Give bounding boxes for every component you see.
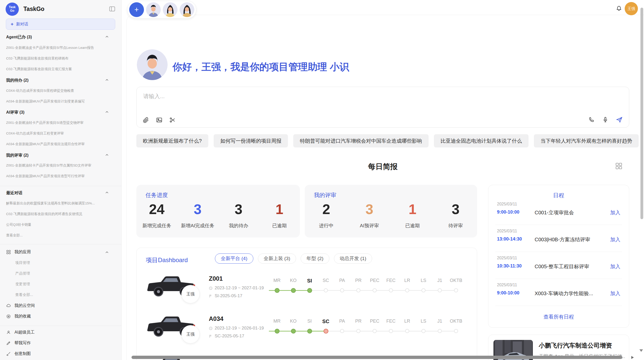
suggestion-chip[interactable]: 特朗普可能对进口汽车增税会对中国车企造成哪些影响 [293, 134, 429, 147]
divider [0, 244, 121, 244]
sidebar-item-write-helper[interactable]: 帮我写作 [6, 340, 115, 346]
divider [495, 225, 622, 225]
stat: 3 AI预评审 [348, 201, 391, 229]
conversation-item[interactable]: A034-全新新能源MUV产品开发项目计划变更表编写 [6, 99, 115, 104]
suggestion-chip[interactable]: 当下年轻人对汽车外观有怎样的喜好趋势 [534, 134, 639, 147]
notification-bell-icon[interactable] [616, 5, 622, 12]
milestone-dot [389, 329, 393, 333]
user-avatar[interactable]: 王强 [625, 2, 638, 15]
chevron-up-icon[interactable] [105, 35, 109, 38]
suggestion-chip[interactable]: 如何写一份清晰的项目周报 [214, 134, 288, 147]
section-my-todo[interactable]: 我的待办 (2) [6, 78, 115, 83]
scroll-down-arrow[interactable] [639, 349, 643, 352]
stat-value: 3 [434, 201, 477, 217]
conversation-item[interactable]: Z001-全新燃油轻卡产品开发项目SI造型提交物评审 [6, 121, 115, 125]
milestone-label: SC [318, 278, 334, 283]
horizontal-scrollbar-thumb[interactable] [131, 356, 622, 359]
schedule-date: 2025/03/11 [497, 202, 517, 206]
sidebar-item-cloud-space[interactable]: 我的云空间 [6, 303, 115, 308]
sidebar-item-ai-employee[interactable]: AI超级员工 [6, 330, 115, 335]
milestone-label: OKTB [448, 319, 464, 324]
schedule-name: X003-车辆动力学性能验... [535, 290, 593, 297]
section-my-review[interactable]: 我的评审 (2) [6, 153, 115, 158]
stat-label: 我的待办 [218, 222, 259, 229]
conversation-item[interactable]: C02-飞腾新能源轻客改款项目的闭环通告反馈情况 [6, 212, 115, 216]
divider [495, 252, 622, 252]
section-label: 最近对话 [6, 191, 22, 195]
view-all-schedule-link[interactable]: 查看所有日程 [488, 313, 629, 320]
conversation-item[interactable]: 解释最新出台的欧盟报废车法规再生塑料比例被调至15%... [6, 201, 115, 206]
sidebar-item-creative-drawing[interactable]: 创意制图 [6, 351, 115, 356]
suggestion-chip[interactable]: 欧洲新规最近颁布了什么? [136, 134, 208, 147]
app-link-change-mgmt[interactable]: 变更管理 [15, 282, 125, 287]
scissors-icon[interactable] [169, 117, 176, 123]
dashboard-filters: 全新平台 (4) 全新上装 (3) 年型 (2) 动总开发 (1) [215, 253, 372, 264]
schedule-item: 2025/03/11 9:00-10:00 C001-立项审批会 加入 [488, 202, 629, 229]
milestone-label: SI [301, 278, 318, 284]
filter-pill[interactable]: 全新平台 (4) [215, 253, 253, 264]
stat: 3 新增AI完成任务 [177, 201, 218, 229]
chevron-up-icon[interactable] [105, 153, 109, 156]
attach-icon[interactable] [143, 117, 149, 123]
vertical-scrollbar-thumb[interactable] [640, 8, 643, 219]
chat-input[interactable] [143, 92, 576, 111]
session-avatar[interactable] [146, 2, 161, 17]
filter-pill[interactable]: 全新上装 (3) [258, 253, 296, 264]
section-label: 我的待办 (2) [6, 78, 28, 82]
view-all-apps-link[interactable]: 查看全部... [15, 292, 125, 297]
chevron-up-icon[interactable] [105, 251, 109, 254]
conversation-item[interactable]: A034-全新新能源MUV产品开发项目造型可行性评审 [6, 174, 115, 178]
chevron-up-icon[interactable] [105, 191, 109, 194]
join-link[interactable]: 加入 [610, 236, 620, 243]
milestone-label: FEC [383, 319, 399, 324]
view-all-chats-link[interactable]: 查看全部... [6, 233, 115, 238]
filter-pill[interactable]: 年型 (2) [301, 253, 329, 264]
flag-icon [209, 334, 213, 338]
send-icon[interactable] [616, 116, 623, 123]
conversation-item[interactable]: C02-飞腾新能源轻客改款项目里程碑画布 [6, 56, 115, 61]
milestone-dot [340, 288, 344, 292]
new-chat-button[interactable]: + 新对话 [6, 19, 115, 30]
conversation-item[interactable]: C0X4-动力总成开发项目工程变更评审 [6, 131, 115, 136]
milestone-label: LS [415, 319, 432, 324]
filter-pill[interactable]: 动总开发 (1) [334, 253, 372, 264]
section-ai-review[interactable]: AI评审 (3) [6, 110, 115, 115]
session-avatar[interactable] [180, 2, 194, 17]
image-icon[interactable] [156, 117, 163, 123]
join-link[interactable]: 加入 [610, 290, 620, 297]
card-title: 我的评审 [314, 191, 336, 199]
chevron-up-icon[interactable] [105, 78, 109, 81]
add-session-button[interactable]: + [129, 2, 144, 17]
milestone-dot [356, 329, 360, 333]
join-link[interactable]: 加入 [610, 263, 620, 270]
conversation-item[interactable]: A034-全新新能源MUV产品开发项目法规符合性评审 [6, 142, 115, 146]
stat-label: 新增AI完成任务 [177, 222, 218, 229]
suggestion-chip[interactable]: 比亚迪全固态电池计划具体说了什么 [434, 134, 529, 147]
milestone-track: MRKOSISCPAPRPECFECLRLSJ1OKTB [269, 278, 470, 296]
scroll-right-arrow[interactable] [631, 356, 634, 359]
app-logo: Task Go [6, 3, 19, 16]
sidebar-item-my-apps[interactable]: 我的应用 [6, 249, 115, 255]
sidebar: Task Go TaskGo + 新对话 Agent已办 (3) Z001-全新… [0, 0, 122, 360]
app-link-project-mgmt[interactable]: 项目管理 [15, 260, 125, 265]
card-title: 任务进度 [145, 191, 168, 199]
microphone-icon[interactable] [602, 116, 609, 123]
phone-icon[interactable] [588, 116, 595, 123]
conversation-item[interactable]: Z001-全新燃油皮卡产品开发项目SI节点Lesson Learn报告 [6, 46, 115, 50]
milestone-dot [405, 329, 409, 333]
section-recent-chats[interactable]: 最近对话 [6, 190, 115, 196]
conversation-item[interactable]: 公司Q3轻卡销量 [6, 222, 115, 227]
schedule-date: 2025/03/11 [497, 229, 517, 233]
app-link-product-mgmt[interactable]: 产品管理 [15, 271, 125, 276]
conversation-item[interactable]: C0X4-动力总成开发项目SI里程碑提交物检查 [6, 88, 115, 93]
milestone-label: PEC [367, 278, 383, 283]
join-link[interactable]: 加入 [610, 209, 620, 216]
sidebar-item-favorites[interactable]: 我的收藏 [6, 314, 115, 319]
conversation-item[interactable]: Z001-全新燃油轻卡产品开发项目SI节点属性5D文件评审 [6, 163, 115, 168]
layout-grid-icon[interactable] [615, 162, 623, 170]
session-avatar[interactable] [163, 2, 178, 17]
sidebar-collapse-icon[interactable] [109, 6, 115, 12]
chevron-up-icon[interactable] [105, 110, 109, 113]
section-agent-done[interactable]: Agent已办 (3) [6, 35, 115, 40]
conversation-item[interactable]: C02-飞腾新能源轻客改款项目立项汇报方案 [6, 67, 115, 71]
